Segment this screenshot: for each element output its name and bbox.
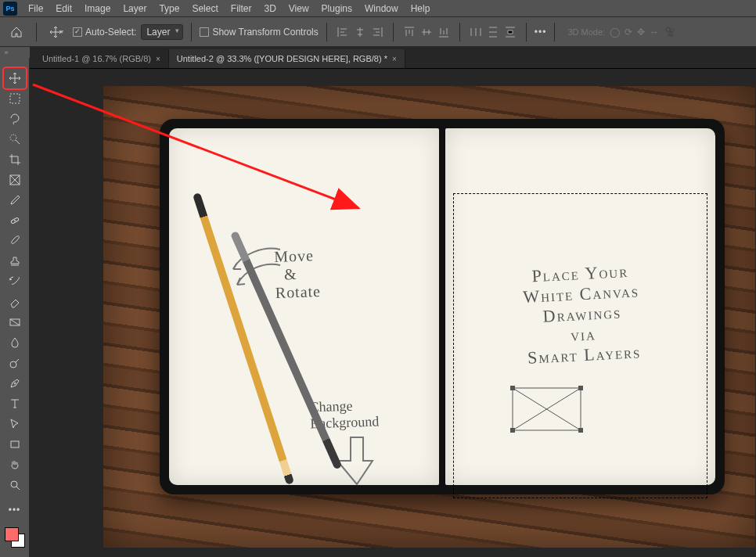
dodge-tool[interactable] bbox=[5, 354, 25, 372]
menu-3d[interactable]: 3D bbox=[257, 1, 282, 16]
menu-view[interactable]: View bbox=[283, 1, 315, 16]
pen-tool-icon bbox=[9, 377, 21, 390]
svg-rect-11 bbox=[578, 386, 583, 390]
auto-select-checkbox[interactable]: Auto-Select: bbox=[73, 27, 136, 38]
document-tab[interactable]: Untitled-1 @ 16.7% (RGB/8) × bbox=[34, 49, 169, 68]
menu-file[interactable]: File bbox=[22, 1, 49, 16]
align-center-v-icon bbox=[420, 26, 433, 38]
more-dots-icon: ••• bbox=[9, 505, 21, 516]
menu-image[interactable]: Image bbox=[78, 1, 117, 16]
svg-rect-13 bbox=[578, 428, 583, 433]
handwriting-move-rotate: Move & Rotate bbox=[274, 246, 322, 302]
healing-tool[interactable] bbox=[5, 211, 25, 230]
distribute-group bbox=[468, 24, 518, 40]
close-tab-icon[interactable]: × bbox=[392, 55, 397, 63]
svg-rect-7 bbox=[11, 441, 19, 447]
edit-toolbar-button[interactable]: ••• bbox=[5, 501, 25, 519]
slide-3d-icon[interactable]: ↔ bbox=[650, 27, 659, 38]
close-tab-icon[interactable]: × bbox=[156, 55, 160, 63]
canvas-area[interactable]: Move & Rotate Change Background Place Yo… bbox=[30, 69, 756, 557]
crop-tool[interactable] bbox=[5, 150, 25, 169]
menu-edit[interactable]: Edit bbox=[49, 1, 78, 16]
pan-3d-icon[interactable]: ✥ bbox=[637, 27, 645, 38]
align-group-1 bbox=[335, 24, 385, 40]
zoom-tool[interactable] bbox=[5, 476, 25, 494]
svg-rect-10 bbox=[510, 386, 515, 390]
align-bottom-button[interactable] bbox=[436, 24, 452, 40]
orbit-3d-icon[interactable]: ◯ bbox=[610, 27, 620, 38]
align-group-2 bbox=[401, 24, 452, 40]
svg-point-1 bbox=[10, 135, 16, 141]
menu-filter[interactable]: Filter bbox=[225, 1, 258, 16]
auto-select-label: Auto-Select: bbox=[85, 27, 136, 38]
toolbox: ••• bbox=[0, 58, 30, 557]
menu-bar: Ps File Edit Image Layer Type Select Fil… bbox=[0, 0, 756, 17]
frame-tool[interactable] bbox=[5, 171, 25, 189]
home-button[interactable] bbox=[5, 20, 28, 44]
document-tab[interactable]: Untitled-2 @ 33.3% ([YOUR DESIGN HERE], … bbox=[169, 49, 405, 68]
gradient-tool[interactable] bbox=[5, 313, 25, 332]
path-select-tool[interactable] bbox=[5, 415, 25, 433]
divider bbox=[36, 23, 37, 41]
marquee-tool[interactable] bbox=[5, 89, 25, 108]
distribute-v-icon bbox=[487, 26, 499, 38]
move-tool[interactable] bbox=[5, 69, 25, 88]
zoom-3d-icon[interactable]: 🎥 bbox=[664, 27, 675, 38]
svg-point-8 bbox=[11, 481, 17, 487]
distribute-h-button[interactable] bbox=[468, 24, 484, 40]
shape-tool[interactable] bbox=[5, 435, 25, 454]
stamp-tool[interactable] bbox=[5, 252, 25, 271]
color-swatches[interactable] bbox=[5, 527, 25, 548]
svg-rect-0 bbox=[10, 94, 20, 103]
foreground-color-swatch[interactable] bbox=[5, 527, 19, 541]
eyedropper-tool[interactable] bbox=[5, 191, 25, 210]
menu-help[interactable]: Help bbox=[405, 1, 437, 16]
more-options-button[interactable]: ••• bbox=[535, 27, 547, 38]
distribute-v-button[interactable] bbox=[485, 24, 501, 40]
lasso-tool[interactable] bbox=[5, 110, 25, 128]
transform-box-sketch bbox=[509, 385, 584, 433]
notebook-spine bbox=[439, 128, 445, 485]
menu-type[interactable]: Type bbox=[153, 1, 185, 16]
blur-icon bbox=[9, 336, 21, 349]
options-move-icon: ▾ bbox=[45, 20, 68, 44]
blur-tool[interactable] bbox=[5, 333, 25, 352]
menu-window[interactable]: Window bbox=[358, 1, 405, 16]
menu-plugins[interactable]: Plugins bbox=[315, 1, 358, 16]
type-tool[interactable] bbox=[5, 394, 25, 413]
divider bbox=[326, 23, 327, 41]
align-center-h-button[interactable] bbox=[352, 24, 368, 40]
roll-3d-icon[interactable]: ⟳ bbox=[625, 27, 632, 38]
brush-icon bbox=[9, 235, 21, 247]
document-tabs: Untitled-1 @ 16.7% (RGB/8) × Untitled-2 … bbox=[30, 47, 756, 69]
pen-tool[interactable] bbox=[5, 374, 25, 393]
crop-icon bbox=[9, 153, 21, 166]
distribute-spacing-button[interactable] bbox=[502, 24, 518, 40]
align-center-v-button[interactable] bbox=[419, 24, 434, 40]
selection-marquee[interactable] bbox=[453, 193, 707, 498]
align-top-icon bbox=[403, 26, 416, 38]
divider bbox=[191, 23, 192, 41]
divider bbox=[526, 23, 527, 41]
document-tab-label: Untitled-2 @ 33.3% ([YOUR DESIGN HERE], … bbox=[177, 54, 387, 63]
align-center-h-icon bbox=[354, 26, 366, 38]
zoom-icon bbox=[9, 479, 21, 491]
show-transform-checkbox[interactable]: Show Transform Controls bbox=[200, 27, 318, 38]
align-top-button[interactable] bbox=[401, 24, 417, 40]
history-brush-tool[interactable] bbox=[5, 272, 25, 291]
menu-select[interactable]: Select bbox=[185, 1, 224, 16]
healing-icon bbox=[9, 214, 21, 227]
notebook-left-page: Move & Rotate Change Background bbox=[169, 128, 439, 485]
brush-tool[interactable] bbox=[5, 232, 25, 250]
notebook-mockup: Move & Rotate Change Background Place Yo… bbox=[160, 119, 725, 494]
align-right-button[interactable] bbox=[369, 24, 385, 40]
expand-panels-button[interactable]: » bbox=[0, 47, 13, 58]
eraser-tool[interactable] bbox=[5, 293, 25, 311]
document-canvas[interactable]: Move & Rotate Change Background Place Yo… bbox=[103, 86, 755, 548]
menu-layer[interactable]: Layer bbox=[117, 1, 153, 16]
quick-select-tool[interactable] bbox=[5, 130, 25, 149]
align-left-icon bbox=[337, 26, 349, 38]
hand-tool[interactable] bbox=[5, 455, 25, 474]
auto-select-target-select[interactable]: Layer bbox=[141, 24, 183, 40]
align-left-button[interactable] bbox=[335, 24, 351, 40]
